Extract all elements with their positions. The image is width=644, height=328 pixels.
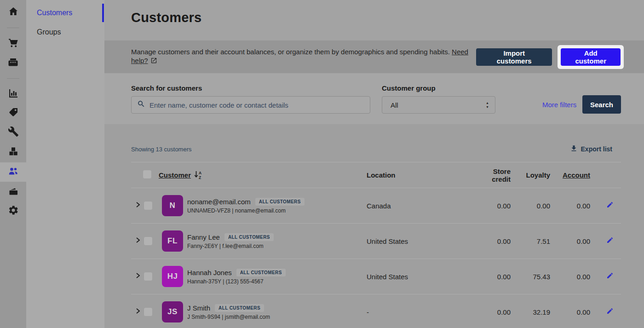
customer-group-badge: ALL CUSTOMERS — [236, 269, 286, 276]
banner-buttons: Import customers Add customer — [476, 45, 624, 69]
customer-row: JS J Smith ALL CUSTOMERS J Smith-9S94 | … — [131, 294, 621, 328]
import-customers-button[interactable]: Import customers — [476, 48, 552, 66]
nav-item-customers[interactable]: Customers — [26, 4, 104, 22]
sidebar-divider — [7, 28, 19, 28]
customer-avatar: FL — [162, 230, 183, 252]
customer-details: Hannah-375Y | (123) 555-4567 — [187, 278, 286, 285]
nav-item-groups[interactable]: Groups — [26, 23, 104, 41]
customer-group-select[interactable]: All ▲▼ — [382, 96, 495, 114]
expand-chevron-icon[interactable] — [136, 237, 140, 245]
sidebar-item-customers[interactable] — [0, 162, 26, 182]
sidebar-item-reporting[interactable] — [0, 85, 26, 104]
column-header-store-credit: Store credit — [475, 167, 511, 183]
column-header-account[interactable]: Account — [563, 171, 590, 179]
sidebar-item-home[interactable] — [0, 3, 26, 22]
customer-row: FL Fanny Lee ALL CUSTOMERS Fanny-2E6Y | … — [131, 224, 621, 259]
customer-row: N noname@email.com ALL CUSTOMERS UNNAMED… — [131, 188, 621, 224]
expand-chevron-icon[interactable] — [136, 308, 140, 316]
customer-details: UNNAMED-VFZ8 | noname@email.com — [187, 207, 305, 214]
customer-details: Fanny-2E6Y | f.lee@email.com — [187, 243, 274, 249]
customer-name: J Smith — [187, 304, 210, 312]
customer-cell[interactable]: N noname@email.com ALL CUSTOMERS UNNAMED… — [159, 195, 367, 216]
selected-group-value: All — [391, 101, 398, 109]
store-credit-cell: 0.00 — [475, 273, 511, 281]
expand-chevron-icon[interactable] — [136, 201, 140, 210]
tag-icon — [8, 107, 19, 120]
nav-item-label: Customers — [37, 9, 72, 17]
customer-avatar: N — [162, 195, 183, 216]
expand-chevron-icon[interactable] — [136, 272, 140, 281]
external-link-icon — [150, 58, 157, 65]
table-header-row: Customer AZ Location Store credit Loyalt… — [131, 162, 621, 188]
nav-item-label: Groups — [37, 28, 61, 36]
customer-cell[interactable]: FL Fanny Lee ALL CUSTOMERS Fanny-2E6Y | … — [159, 230, 367, 252]
sidebar-item-setup[interactable] — [0, 123, 26, 142]
svg-text:A: A — [199, 170, 201, 175]
customer-group-label: Customer group — [382, 84, 495, 92]
loyalty-cell: 7.51 — [511, 237, 550, 245]
loyalty-cell: 75.43 — [511, 273, 550, 281]
sidebar-item-settings[interactable] — [0, 201, 26, 221]
customer-avatar: HJ — [162, 266, 183, 287]
bar-chart-icon — [8, 88, 19, 101]
active-indicator — [102, 4, 104, 22]
icon-sidebar — [0, 0, 26, 328]
export-list-label: Export list — [581, 145, 612, 153]
customer-cell[interactable]: HJ Hannah Jones ALL CUSTOMERS Hannah-375… — [159, 266, 367, 287]
row-checkbox[interactable] — [144, 201, 153, 210]
avatar-initials: JS — [167, 307, 178, 316]
search-group: Search for customers Enter name, custome… — [131, 84, 370, 114]
customer-details: J Smith-9S94 | jsmith@email.com — [187, 314, 270, 320]
search-label: Search for customers — [131, 84, 370, 92]
account-cell: 0.00 — [550, 237, 590, 245]
case-icon — [8, 186, 19, 199]
avatar-initials: N — [170, 201, 176, 210]
row-checkbox[interactable] — [144, 236, 153, 246]
customer-group-badge: ALL CUSTOMERS — [255, 198, 305, 206]
add-customer-button[interactable]: Add customer — [561, 48, 621, 66]
sidebar-item-inventory[interactable] — [0, 143, 26, 162]
add-customer-highlight: Add customer — [558, 45, 624, 69]
row-checkbox[interactable] — [144, 272, 153, 281]
store-credit-cell: 0.00 — [475, 202, 511, 210]
boxes-icon — [8, 146, 19, 159]
customer-name: Fanny Lee — [187, 233, 220, 241]
location-cell: United States — [367, 273, 475, 281]
location-cell: - — [367, 308, 475, 316]
account-cell: 0.00 — [550, 202, 590, 210]
banner-description: Manage customers and their account balan… — [131, 48, 476, 66]
app-root: Customers Groups Customers Manage custom… — [0, 0, 644, 328]
location-cell: United States — [367, 237, 475, 245]
select-all-checkbox[interactable] — [143, 170, 152, 179]
sidebar-item-sell[interactable] — [0, 34, 26, 53]
account-cell: 0.00 — [550, 308, 590, 316]
title-section: Customers — [104, 0, 644, 40]
banner-description-text: Manage customers and their account balan… — [131, 48, 450, 56]
edit-pencil-icon[interactable] — [606, 202, 614, 210]
customer-group-badge: ALL CUSTOMERS — [215, 304, 264, 312]
more-filters-link[interactable]: More filters — [542, 101, 576, 109]
customer-cell[interactable]: JS J Smith ALL CUSTOMERS J Smith-9S94 | … — [159, 301, 367, 322]
row-checkbox[interactable] — [144, 307, 153, 316]
sidebar-item-ecommerce[interactable] — [0, 183, 26, 202]
results-summary: Showing 13 customers — [131, 146, 192, 153]
sort-az-icon[interactable]: AZ — [194, 170, 202, 180]
search-button[interactable]: Search — [582, 95, 621, 114]
page-banner: Manage customers and their account balan… — [104, 40, 644, 73]
column-header-customer[interactable]: Customer — [159, 171, 191, 179]
edit-pencil-icon[interactable] — [606, 237, 614, 245]
store-credit-cell: 0.00 — [475, 237, 511, 245]
register-icon — [7, 57, 19, 69]
cart-icon — [8, 37, 19, 50]
export-list-link[interactable]: Export list — [570, 144, 612, 154]
customer-search-input[interactable]: Enter name, customer code or contact det… — [131, 96, 370, 114]
avatar-initials: FL — [167, 236, 178, 246]
edit-pencil-icon[interactable] — [606, 308, 614, 316]
home-icon — [8, 6, 19, 19]
search-placeholder: Enter name, customer code or contact det… — [150, 101, 288, 109]
location-cell: Canada — [367, 202, 475, 210]
sidebar-item-register[interactable] — [0, 53, 26, 73]
edit-pencil-icon[interactable] — [606, 273, 614, 281]
sidebar-item-catalog[interactable] — [0, 104, 26, 123]
select-spinner-icon: ▲▼ — [486, 102, 489, 109]
